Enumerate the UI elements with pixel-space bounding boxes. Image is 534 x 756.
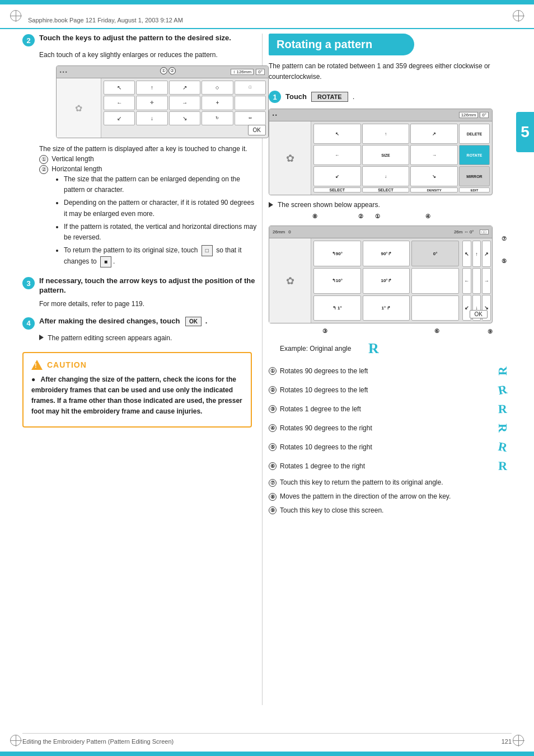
- machine-preview: ✿: [57, 78, 101, 138]
- rs-diag-tr[interactable]: ↗: [482, 241, 491, 266]
- msr-btn-sel2[interactable]: SELECT: [362, 187, 410, 192]
- rot-text-7: Touch this key to return the pattern to …: [280, 478, 515, 487]
- corner-mark-bl: [10, 735, 21, 746]
- example-letter-orig: R: [362, 340, 385, 357]
- machine-buttons-area: ↖ ↑ ↗ ◇ □ ← ✛ → + ↙ ↓ ↘: [101, 78, 268, 138]
- rot-visual-6: R: [490, 459, 515, 473]
- period: .: [353, 92, 355, 101]
- caution-box: CAUTION ● After changing the size of the…: [22, 352, 252, 428]
- rot-blank2: [411, 295, 459, 321]
- msr-btn-dn[interactable]: ↓: [362, 166, 410, 186]
- num-6: ⑥: [269, 462, 277, 470]
- rot-1r[interactable]: 1° ↱: [363, 295, 410, 321]
- annot-7-side: ⑦: [502, 236, 507, 242]
- corner-mark-tl: [10, 10, 21, 21]
- rs-up[interactable]: ↑: [472, 241, 481, 266]
- rot-visual-2: R: [490, 383, 515, 397]
- msr-top: ▪ ▪ 126mm 0°: [269, 109, 492, 121]
- msr-btn-up[interactable]: ↑: [362, 124, 410, 144]
- rotate-sym[interactable]: ↻: [202, 111, 233, 125]
- right-btn[interactable]: →: [169, 96, 200, 110]
- footer-left: Editing the Embroidery Pattern (Pattern …: [22, 738, 174, 745]
- rotating-header: Rotating a pattern: [269, 34, 414, 55]
- rot-90l[interactable]: ↰90°: [313, 241, 361, 266]
- msr-btn-r[interactable]: →: [410, 145, 458, 165]
- corner-mark-br: [513, 735, 524, 746]
- footer-right: 121: [502, 738, 512, 745]
- diag-tl-btn[interactable]: ↖: [104, 81, 135, 95]
- left-btn[interactable]: ←: [104, 96, 135, 110]
- rot-1l[interactable]: ↰ 1°: [313, 295, 361, 321]
- arrows-sym[interactable]: ⇔: [235, 111, 266, 125]
- rot-visual-1: R: [490, 364, 515, 378]
- rs-right[interactable]: →: [482, 268, 491, 294]
- rot-text-3: Rotates 1 degree to the left: [280, 405, 486, 414]
- right-intro: The pattern can be rotated between 1 and…: [269, 61, 515, 82]
- diag-bl-btn[interactable]: ↙: [104, 111, 135, 125]
- caution-icon: [31, 360, 43, 370]
- step-4-body: The pattern editing screen appears again…: [39, 333, 257, 343]
- msr-btn-density[interactable]: DENSITY: [410, 187, 458, 192]
- diag-br-btn[interactable]: ↘: [169, 111, 200, 125]
- step-4-block: 4 After making the desired changes, touc…: [22, 317, 257, 343]
- right-column: Rotating a pattern The pattern can be ro…: [269, 34, 515, 520]
- rot-10r[interactable]: 10°↱: [363, 268, 410, 294]
- annot-horiz: ② Horizontal length: [39, 164, 257, 174]
- diag-tr-btn[interactable]: ↗: [169, 81, 200, 95]
- down-btn[interactable]: ↓: [136, 111, 167, 125]
- msr-btn-size[interactable]: SIZE: [362, 145, 410, 165]
- annot-1: ①: [160, 67, 167, 74]
- rs-diag-tl[interactable]: ↖: [462, 241, 471, 266]
- msr-btn-sel1[interactable]: SELECT: [313, 187, 361, 192]
- machine-top-label: ▪ ▪ ▪: [60, 69, 67, 76]
- msr-btn-bl[interactable]: ↙: [313, 166, 361, 186]
- step-3-body: For more details, refer to page 119.: [39, 299, 257, 309]
- rs-label3: 26m ↔ 0°: [454, 229, 474, 234]
- annot-5-side: ⑤: [502, 258, 507, 264]
- rot-text-1: Rotates 90 degrees to the left: [280, 367, 486, 376]
- msr-info1: ▪ ▪: [273, 112, 277, 118]
- ok-button[interactable]: OK: [248, 125, 266, 135]
- msr-preview: ✿: [269, 121, 311, 195]
- msr-btn-mirror[interactable]: MIRROR: [459, 166, 490, 186]
- msr-btn-tr[interactable]: ↗: [410, 124, 458, 144]
- annot-1-top: ①: [375, 213, 380, 219]
- box-before[interactable]: □: [202, 245, 213, 256]
- rot-10l[interactable]: ↰10°: [313, 268, 361, 294]
- rs-left[interactable]: ←: [462, 268, 471, 294]
- rotate-button-label[interactable]: ROTATE: [311, 92, 348, 102]
- center-btn[interactable]: ✛: [136, 96, 167, 110]
- step-3-circle: 3: [22, 277, 35, 289]
- msr-btn-br[interactable]: ↘: [410, 166, 458, 186]
- msr-btn-tl[interactable]: ↖: [313, 124, 361, 144]
- up-btn[interactable]: ↑: [136, 81, 167, 95]
- rs-label1: 26mm: [273, 229, 285, 234]
- annot-2: ②: [168, 67, 176, 74]
- rot-90r[interactable]: 90°↱: [363, 241, 410, 266]
- msr-btn-edit[interactable]: EDIT: [459, 187, 490, 192]
- bullet-4: To return the pattern to its original si…: [64, 245, 257, 267]
- ok-touch-box[interactable]: OK: [185, 317, 202, 326]
- rotate-item-3: ③ Rotates 1 degree to the left R: [269, 402, 515, 416]
- rs-ok-button[interactable]: OK: [470, 310, 488, 318]
- msr-btn-l[interactable]: ←: [313, 145, 361, 165]
- msr-btn-del[interactable]: DELETE: [459, 124, 490, 144]
- caution-text: After changing the size of the pattern, …: [31, 375, 242, 416]
- annot-9: ⑨: [488, 328, 493, 335]
- step-2-body: Each touch of a key slightly enlarges or…: [39, 50, 257, 267]
- box-after[interactable]: ■: [100, 256, 111, 267]
- machine-screen-right: ▪ ▪ 126mm 0° ✿ ↖ ↑ ↗ DELETE ← SIZE → ROT…: [269, 109, 493, 195]
- frame-btn[interactable]: □: [235, 81, 266, 95]
- top-bar: [0, 0, 534, 4]
- rs-label4: □□: [480, 229, 489, 234]
- caution-dot: ●: [31, 375, 35, 383]
- rot-text-2: Rotates 10 degrees to the left: [280, 386, 486, 395]
- rot-0[interactable]: 0°: [411, 241, 459, 266]
- size-btn[interactable]: ◇: [202, 81, 233, 95]
- caution-body: ● After changing the size of the pattern…: [31, 374, 243, 417]
- step-4-title: After making the desired changes, touch …: [39, 317, 207, 326]
- plus-btn[interactable]: +: [202, 96, 233, 110]
- msr-btn-rotate[interactable]: ROTATE: [459, 145, 490, 165]
- rotate-screen: 26mm 0 26m ↔ 0° □□ ✿ ↰90° 90°↱ 0° ↰10° 1…: [269, 226, 493, 323]
- step-3-block: 3 If necessary, touch the arrow keys to …: [22, 276, 257, 309]
